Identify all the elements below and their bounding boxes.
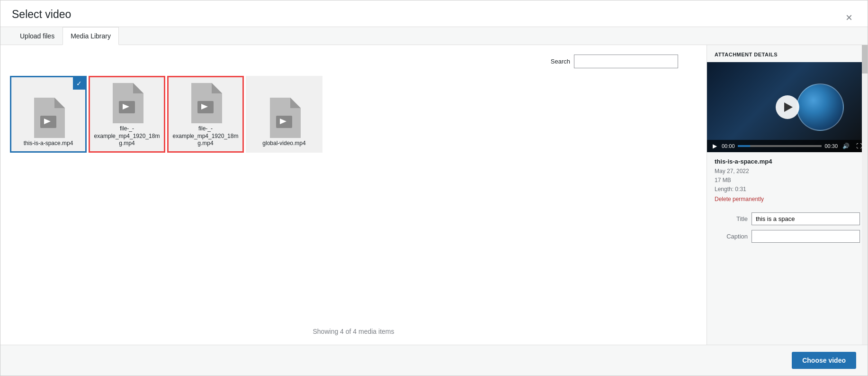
caption-field-row: Caption — [715, 230, 860, 243]
attachment-panel: ATTACHMENT DETAILS ▶ 00:00 00:30 🔊 ⛶ — [707, 45, 868, 345]
title-label: Title — [715, 212, 748, 222]
tab-media-library[interactable]: Media Library — [63, 27, 119, 45]
current-time: 00:00 — [722, 143, 735, 149]
search-label: Search — [551, 58, 570, 65]
attachment-date: May 27, 2022 — [715, 167, 860, 176]
media-item[interactable]: file-_-example_mp4_1920_18mg.mp4 — [89, 76, 165, 153]
delete-permanently-link[interactable]: Delete permanently — [715, 196, 764, 202]
mute-button[interactable]: 🔊 — [841, 142, 851, 150]
file-name: file-_-example_mp4_1920_18mg.mp4 — [172, 125, 239, 147]
play-pause-button[interactable]: ▶ — [711, 142, 719, 150]
file-name: global-video.mp4 — [262, 140, 305, 147]
video-background — [707, 62, 868, 152]
caption-label: Caption — [715, 230, 748, 240]
file-icon — [32, 98, 65, 138]
attachment-filename: this-is-a-space.mp4 — [715, 158, 860, 165]
select-video-modal: Select video × Upload files Media Librar… — [0, 0, 868, 376]
tabs-bar: Upload files Media Library — [0, 27, 868, 45]
check-badge: ✓ — [73, 77, 85, 90]
attachment-fields: Title Caption — [707, 209, 868, 247]
tab-upload[interactable]: Upload files — [12, 27, 63, 45]
scrollbar-thumb[interactable] — [862, 45, 868, 73]
media-item[interactable]: global-video.mp4 — [246, 76, 322, 153]
choose-video-button[interactable]: Choose video — [792, 352, 856, 369]
close-button[interactable]: × — [842, 10, 856, 25]
total-time: 00:30 — [824, 143, 838, 149]
earth-graphic — [796, 83, 844, 131]
video-preview: ▶ 00:00 00:30 🔊 ⛶ — [707, 62, 868, 152]
file-icon — [110, 83, 143, 123]
modal-header: Select video × — [0, 0, 868, 27]
file-name: this-is-a-space.mp4 — [24, 140, 73, 147]
scrollbar-track — [862, 45, 868, 345]
title-field-row: Title — [715, 212, 860, 225]
modal-title: Select video — [12, 8, 71, 27]
caption-input[interactable] — [752, 230, 860, 243]
media-item[interactable]: file-_-example_mp4_1920_18mg.mp4 — [167, 76, 244, 153]
search-input[interactable] — [574, 55, 678, 68]
media-item[interactable]: ✓ this-is-a-space.mp4 — [10, 76, 87, 153]
attachment-length: Length: 0:31 — [715, 185, 860, 194]
play-button[interactable] — [776, 95, 799, 119]
attachment-meta: this-is-a-space.mp4 May 27, 2022 17 MB L… — [707, 152, 868, 209]
media-grid: ✓ this-is-a-space.mp4 — [10, 76, 697, 318]
attachment-details-header: ATTACHMENT DETAILS — [707, 45, 868, 62]
file-icon — [268, 98, 301, 138]
video-controls: ▶ 00:00 00:30 🔊 ⛶ — [707, 140, 868, 152]
modal-body: Search ✓ this-is-a-spa — [0, 45, 868, 345]
media-grid-area: Search ✓ this-is-a-spa — [0, 45, 707, 345]
modal-footer: Choose video — [0, 345, 868, 376]
progress-bar[interactable] — [738, 145, 822, 147]
title-input[interactable] — [752, 212, 860, 225]
file-icon — [189, 83, 222, 123]
progress-fill — [738, 145, 751, 147]
attachment-size: 17 MB — [715, 176, 860, 185]
showing-info: Showing 4 of 4 media items — [10, 328, 697, 335]
search-bar: Search — [10, 55, 697, 68]
file-name: file-_-example_mp4_1920_18mg.mp4 — [94, 125, 160, 147]
